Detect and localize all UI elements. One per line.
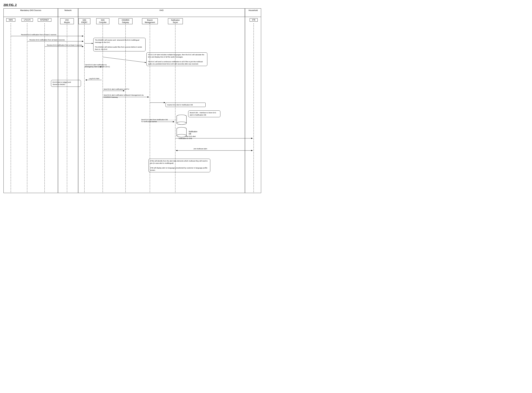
svg-text:Send EAS alert from Notificati: Send EAS alert from Notification DB [141,119,168,121]
svg-text:Receive EAS notification from : Receive EAS notification from at least 2… [47,44,82,46]
svg-point-43 [177,122,186,125]
label-notif-db: NotificationDB [189,130,197,135]
svg-text:Send EAS alert notification to: Send EAS alert notification to [85,64,107,66]
svg-text:OSS/BSS Gateway: OSS/BSS Gateway [104,96,118,98]
svg-text:Send EAS alert notification to: Send EAS alert notification to IPTV [104,88,129,90]
entity-internet: INTERNET [38,18,51,22]
note-eas-event: EAS Event is lodged andStored in ENDEC [51,80,81,87]
svg-text:Receive EAS notification from : Receive EAS notification from at least 2… [21,34,56,35]
svg-point-48 [177,134,186,137]
svg-text:Send overlay EAS alert: Send overlay EAS alert [179,135,196,137]
entity-lp1lp2: LP1/LP2 [22,18,33,22]
diagram-container: Mandatory EAS Sources Network VHO Househ… [4,8,261,193]
section-household: Household [245,9,261,17]
entity-nws: NWS [6,18,15,22]
arrows-svg: Receive EAS notification from at least 2… [4,9,261,193]
svg-text:Join Multicast alert: Join Multicast alert [193,148,207,150]
note-stb: STBs will identify from the alert data e… [149,159,210,172]
note-inserts: Inserts EAS Alert in Notification DB [165,103,206,107]
note-endec: The ENDEC will receive and retransmit th… [93,38,145,51]
svg-text:Emergency Alert Controller (EA: Emergency Alert Controller (EAC) [85,66,110,68]
svg-text:notification to STB: notification to STB [179,138,192,139]
svg-text:Send EAS alert notification to: Send EAS alert notification to Branch Ma… [104,94,144,96]
section-network: Network [58,9,78,17]
section-mandatory-eas: Mandatory EAS Sources [4,9,58,17]
entity-branch-mgmt: BranchManagement [142,18,158,24]
page-title: 200 FIG. 2 [4,4,262,7]
entity-notif-server: NotificationServer [168,18,183,24]
entity-eas-endec: EASENDEC [78,18,90,24]
entity-stb: STB [250,18,258,22]
entity-voc: VOCMonitor [60,18,74,24]
svg-text:Receive EAS notification from : Receive EAS notification from at least 2… [29,39,65,41]
svg-rect-45 [177,129,186,136]
section-vho: VHO [78,9,245,17]
note-eac: If EAS CAP alert includes multiple langu… [146,52,207,66]
svg-text:Log EAS Alert: Log EAS Alert [89,78,99,79]
svg-line-51 [103,57,146,63]
svg-point-44 [177,127,186,130]
svg-text:To Notification Server: To Notification Server [141,121,157,123]
entity-eas-controller: EASController [96,18,109,24]
entity-oss-bss: OSS/BSSGateway [119,18,132,24]
svg-point-39 [177,115,186,118]
svg-rect-40 [177,116,186,123]
note-branch-db: Branch DB – Interface to Store EAS alert… [188,110,220,117]
